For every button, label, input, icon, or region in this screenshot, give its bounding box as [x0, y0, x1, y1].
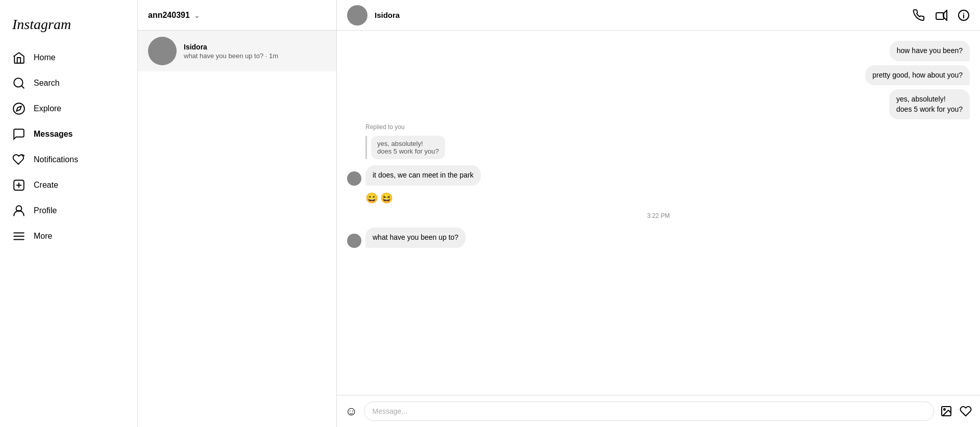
sidebar-item-label-explore: Explore — [34, 104, 61, 113]
message-bubble-m3: yes, absolutely!does 5 work for you? — [889, 89, 970, 119]
conv-preview-isidora: what have you been up to? · 1m — [184, 52, 326, 60]
sidebar-item-profile[interactable]: Profile — [6, 198, 131, 223]
info-icon[interactable] — [958, 9, 970, 21]
conversation-item-isidora[interactable]: Isidora what have you been up to? · 1m — [138, 31, 336, 71]
sidebar-item-label-notifications: Notifications — [34, 155, 78, 164]
messages-header: ann240391 ⌄ — [138, 0, 336, 31]
message-bubble-m2: pretty good, how about you? — [865, 65, 970, 86]
chat-panel: Isidora how have you been?pretty good, h… — [337, 0, 980, 427]
chat-messages: how have you been?pretty good, how about… — [337, 31, 980, 395]
reply-content: yes, absolutely!does 5 work for you? — [371, 136, 445, 159]
message-avatar — [347, 234, 361, 248]
conversation-list: Isidora what have you been up to? · 1m — [138, 31, 336, 427]
message-row-m3: yes, absolutely!does 5 work for you? — [347, 89, 970, 119]
sidebar-item-label-create: Create — [34, 181, 58, 190]
sidebar-item-label-messages: Messages — [34, 130, 73, 139]
emoji-button[interactable]: ☺ — [345, 404, 358, 418]
sidebar-item-notifications[interactable]: Notifications — [6, 147, 131, 172]
search-icon — [12, 77, 26, 90]
reply-block: yes, absolutely!does 5 work for you? — [365, 136, 970, 159]
navigation: HomeSearchExploreMessagesNotificationsCr… — [6, 45, 131, 249]
like-heart-icon[interactable] — [960, 405, 972, 417]
message-row-m4: it does, we can meet in the park — [347, 165, 970, 186]
username-dropdown[interactable]: ann240391 ⌄ — [148, 11, 200, 20]
message-input[interactable] — [364, 401, 934, 421]
message-bubble-m1: how have you been? — [890, 41, 970, 61]
more-icon — [12, 230, 26, 243]
messages-panel: ann240391 ⌄ Isidora what have you been u… — [138, 0, 337, 427]
current-username: ann240391 — [148, 11, 190, 20]
sidebar-item-explore[interactable]: Explore — [6, 96, 131, 121]
sidebar: Instagram HomeSearchExploreMessagesNotif… — [0, 0, 138, 427]
explore-icon — [12, 102, 26, 115]
phone-icon[interactable] — [913, 9, 925, 21]
message-bubble-m4: it does, we can meet in the park — [365, 165, 481, 186]
instagram-logo[interactable]: Instagram — [6, 8, 131, 45]
conv-name-isidora: Isidora — [184, 43, 326, 51]
emoji-reaction: 😄 — [365, 192, 378, 204]
emoji-reaction: 😆 — [380, 192, 393, 204]
messages-icon — [12, 128, 26, 141]
svg-point-2 — [13, 103, 24, 114]
profile-icon — [12, 204, 26, 217]
svg-line-1 — [21, 86, 24, 88]
message-row-m2: pretty good, how about you? — [347, 65, 970, 86]
conv-avatar-isidora — [148, 37, 177, 65]
conv-info-isidora: Isidora what have you been up to? · 1m — [184, 43, 326, 60]
svg-rect-12 — [936, 13, 944, 19]
sidebar-item-messages[interactable]: Messages — [6, 121, 131, 147]
reply-bar — [365, 136, 367, 159]
chevron-down-icon: ⌄ — [194, 11, 200, 19]
replied-to-label: Replied to you — [365, 123, 970, 131]
create-icon — [12, 179, 26, 192]
input-actions — [940, 405, 972, 417]
image-upload-icon[interactable] — [940, 405, 952, 417]
svg-marker-3 — [16, 106, 21, 111]
sidebar-item-home[interactable]: Home — [6, 45, 131, 70]
message-bubble-m5: what have you been up to? — [365, 228, 465, 248]
sidebar-item-label-profile: Profile — [34, 206, 57, 215]
video-icon[interactable] — [935, 9, 947, 21]
chat-header-actions — [913, 9, 970, 21]
sidebar-item-more[interactable]: More — [6, 223, 131, 249]
chat-contact-name: Isidora — [375, 11, 905, 19]
message-avatar — [347, 171, 361, 186]
notifications-icon — [12, 153, 26, 166]
emoji-reactions: 😄😆 — [365, 192, 970, 204]
svg-point-18 — [944, 409, 945, 410]
sidebar-item-label-search: Search — [34, 79, 60, 88]
message-row-m1: how have you been? — [347, 41, 970, 61]
sidebar-item-label-more: More — [34, 232, 52, 241]
sidebar-item-create[interactable]: Create — [6, 172, 131, 198]
sidebar-item-search[interactable]: Search — [6, 70, 131, 96]
chat-input-area: ☺ — [337, 395, 980, 427]
chat-contact-avatar — [347, 5, 368, 26]
timestamp: 3:22 PM — [347, 212, 970, 219]
message-row-m5: what have you been up to? — [347, 228, 970, 248]
chat-header: Isidora — [337, 0, 980, 31]
sidebar-item-label-home: Home — [34, 53, 56, 62]
home-icon — [12, 51, 26, 64]
